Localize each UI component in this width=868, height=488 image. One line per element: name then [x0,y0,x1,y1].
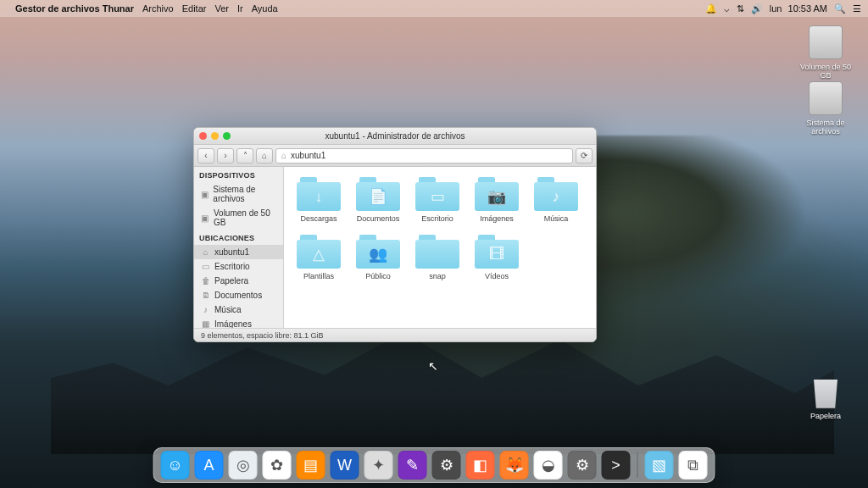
home-icon: ⌂ [281,151,287,160]
nav-forward-button[interactable]: › [217,148,234,164]
folder-snap[interactable]: snap [411,235,464,280]
trash-icon: 🗑 [201,276,210,286]
drive-icon [809,25,843,59]
folder-label: Plantillas [303,272,334,280]
refresh-button[interactable]: ⟳ [576,148,593,164]
path-bar[interactable]: ⌂ xubuntu1 [275,148,573,164]
folder-icon: 📷 [475,177,519,211]
dock-appstore-icon[interactable]: A [195,451,224,480]
dock-photos-icon[interactable]: ✿ [263,451,292,480]
dock-safari-icon[interactable]: ◎ [229,451,258,480]
dock-store-alt-icon[interactable]: ◧ [466,451,495,480]
minimize-button[interactable] [211,132,219,140]
dock-krita-icon[interactable]: ✎ [398,451,427,480]
sidebar-item-label: Escritorio [214,262,250,271]
dock-finder-icon[interactable]: ☺ [161,451,190,480]
desktop-filesystem-icon[interactable]: Sistema de archivos [798,81,853,136]
clock-time: 10:53 AM [788,3,827,14]
sidebar-item-label: Documentos [214,291,262,300]
menubar-app-name[interactable]: Gestor de archivos Thunar [15,3,134,14]
dock-onlyoffice-icon[interactable]: ◒ [534,451,563,480]
nav-home-button[interactable]: ⌂ [256,148,273,164]
sidebar-item-label: Papelera [214,276,248,286]
clock-day: lun [770,3,782,14]
dock-imovie-icon[interactable]: ✦ [364,451,393,480]
window-controls [199,132,231,140]
dock-terminal-icon[interactable]: > [602,451,631,480]
music-icon: ♪ [201,305,210,314]
menu-icon[interactable]: ☰ [853,3,861,14]
clock[interactable]: lun 10:53 AM [770,3,827,14]
folder-label: Escritorio [421,214,453,223]
nav-up-button[interactable]: ˄ [236,148,253,164]
nav-back-button[interactable]: ‹ [198,148,214,164]
sidebar-item-xubuntu1[interactable]: ⌂xubuntu1 [194,245,283,259]
folder-imágenes[interactable]: 📷Imágenes [470,177,523,223]
folder-icon: △ [297,235,341,269]
folder-label: snap [429,272,446,280]
folder-plantillas[interactable]: △Plantillas [292,235,345,280]
maximize-button[interactable] [223,132,231,140]
menu-ver[interactable]: Ver [214,3,229,14]
menu-ayuda[interactable]: Ayuda [252,3,278,14]
dock-settings1-icon[interactable]: ⚙ [432,451,461,480]
mouse-cursor: ↖ [428,359,438,373]
search-icon[interactable]: 🔍 [834,3,846,14]
dock-firefox-icon[interactable]: 🦊 [500,451,529,480]
content-area[interactable]: ↓Descargas📄Documentos▭Escritorio📷Imágene… [284,167,596,328]
folder-grid: ↓Descargas📄Documentos▭Escritorio📷Imágene… [284,167,596,286]
folder-label: Música [544,214,569,223]
sidebar-item-volumen-de-50-gb[interactable]: ▣Volumen de 50 GB [194,206,283,230]
folder-icon [415,235,459,269]
desktop-icon-label: Papelera [798,412,853,420]
sidebar-item-papelera[interactable]: 🗑Papelera [194,274,283,288]
close-button[interactable] [199,132,207,140]
file-manager-window: xubuntu1 - Administrador de archivos ‹ ›… [193,127,597,342]
dock: ☺A◎✿▤W✦✎⚙◧🦊◒⚙>▧⧉ [153,447,715,483]
wifi-icon[interactable]: ⌵ [724,3,730,14]
volume-icon[interactable]: 🔊 [751,3,763,14]
menu-editar[interactable]: Editar [182,3,207,14]
folder-icon: ▭ [415,177,459,211]
folder-música[interactable]: ♪Música [530,177,582,223]
folder-escritorio[interactable]: ▭Escritorio [411,177,464,223]
dock-word-icon[interactable]: W [331,451,359,480]
desktop-trash-icon[interactable]: Papelera [798,374,853,420]
network-icon[interactable]: ⇅ [737,3,744,14]
folder-icon: ↓ [297,177,341,211]
home-icon: ⌂ [201,247,210,257]
folder-icon: 📄 [356,177,400,211]
folder-público[interactable]: 👥Público [352,235,404,280]
sidebar: DISPOSITIVOS ▣Sistema de archivos▣Volume… [194,167,284,328]
menu-ir[interactable]: Ir [237,3,243,14]
folder-vídeos[interactable]: 🎞Vídeos [470,235,523,280]
notifications-icon[interactable]: 🔔 [705,3,717,14]
sidebar-item-música[interactable]: ♪Música [194,302,283,317]
doc-icon: 🗎 [201,291,210,300]
dock-settings2-icon[interactable]: ⚙ [568,451,597,480]
sidebar-item-documentos[interactable]: 🗎Documentos [194,288,283,302]
dock-gallery-icon[interactable]: ▧ [645,451,674,480]
menu-archivo[interactable]: Archivo [142,3,174,14]
menubar: Gestor de archivos Thunar ArchivoEditarV… [0,0,868,17]
drive-icon [809,81,843,115]
status-text: 9 elementos, espacio libre: 81.1 GiB [201,331,324,340]
drive-icon: ▣ [201,190,209,199]
folder-label: Vídeos [485,272,509,280]
window-title: xubuntu1 - Administrador de archivos [325,131,465,141]
folder-documentos[interactable]: 📄Documentos [352,177,404,223]
desktop-volume-icon[interactable]: Volumen de 50 GB [798,25,853,80]
path-segment: xubuntu1 [291,151,326,160]
sidebar-item-imágenes[interactable]: ▦Imágenes [194,317,283,328]
dock-separator [637,452,638,478]
desktop-icon-label: Sistema de archivos [798,119,853,136]
folder-icon: 🎞 [475,235,519,269]
image-icon: ▦ [201,319,210,328]
window-titlebar[interactable]: xubuntu1 - Administrador de archivos [194,128,596,145]
folder-descargas[interactable]: ↓Descargas [292,177,345,223]
sidebar-item-sistema-de-archivos[interactable]: ▣Sistema de archivos [194,182,283,206]
dock-screenshot-icon[interactable]: ⧉ [679,451,708,480]
sidebar-item-label: Volumen de 50 GB [214,208,278,227]
dock-ibooks-icon[interactable]: ▤ [297,451,326,480]
sidebar-item-escritorio[interactable]: ▭Escritorio [194,259,283,274]
